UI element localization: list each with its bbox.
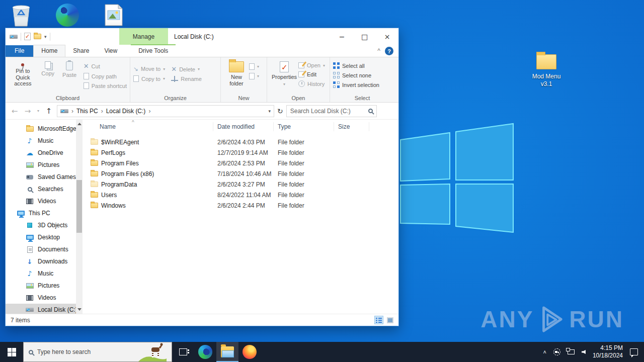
- manage-contextual-header[interactable]: Manage: [119, 28, 168, 45]
- minimize-button[interactable]: −: [331, 28, 353, 45]
- cut-button[interactable]: ✕ Cut: [84, 62, 127, 70]
- copy-to-button[interactable]: Copy to▾: [133, 75, 165, 82]
- taskbar-edge-button[interactable]: [194, 342, 216, 362]
- search-highlight-okapi-image[interactable]: [138, 342, 167, 361]
- sidebar-scrollbar[interactable]: [76, 120, 83, 314]
- recycle-bin-icon[interactable]: [4, 2, 38, 28]
- taskbar-clock[interactable]: 4:15 PM 10/18/2024: [593, 344, 623, 359]
- scroll-down-icon[interactable]: [77, 308, 82, 311]
- file-row[interactable]: $WinREAgent2/6/2024 4:03 PMFile folder: [83, 137, 398, 147]
- start-button[interactable]: [0, 342, 23, 362]
- watermark-text-any: ANY: [480, 306, 534, 333]
- paste-shortcut-button[interactable]: Paste shortcut: [84, 82, 127, 89]
- search-box[interactable]: Search Local Disk (C:): [286, 105, 377, 117]
- file-row[interactable]: Program Files (x86)7/18/2024 10:46 AMFil…: [83, 168, 398, 179]
- new-folder-button[interactable]: New folder: [224, 59, 249, 86]
- sidebar-item-3d-objects[interactable]: 3D Objects: [6, 219, 76, 231]
- breadcrumb-this-pc[interactable]: This PC: [76, 108, 98, 115]
- sidebar-item-pictures[interactable]: Pictures: [6, 159, 76, 171]
- qat-customize-caret-icon[interactable]: ▾: [44, 34, 47, 39]
- sidebar-item-onedrive[interactable]: ☁OneDrive: [6, 147, 76, 159]
- select-none-button[interactable]: Select none: [333, 72, 379, 78]
- scrollbar-thumb[interactable]: [76, 180, 82, 233]
- tray-overflow-caret-icon[interactable]: ˄: [543, 349, 546, 355]
- column-header-date-modified[interactable]: Date modified: [213, 122, 274, 131]
- file-row[interactable]: ProgramData2/6/2024 3:27 PMFile folder: [83, 179, 398, 190]
- action-center-icon[interactable]: [630, 348, 638, 355]
- refresh-icon[interactable]: ↻: [277, 107, 283, 115]
- move-to-button[interactable]: ↘ Move to▾: [133, 65, 165, 72]
- paste-button[interactable]: Paste: [59, 59, 80, 78]
- sidebar-item-this-pc[interactable]: This PC: [6, 207, 76, 219]
- volume-icon[interactable]: [582, 350, 586, 354]
- breadcrumb-local-disk[interactable]: Local Disk (C:): [106, 108, 146, 115]
- edit-button[interactable]: Edit: [298, 71, 325, 77]
- sidebar-item-music[interactable]: ♪Music: [6, 267, 76, 280]
- network-icon[interactable]: [568, 349, 575, 354]
- sidebar-item-documents[interactable]: Documents: [6, 243, 76, 255]
- select-group-label: Select: [330, 95, 394, 101]
- sidebar-item-videos[interactable]: Videos: [6, 292, 76, 304]
- copy-path-button[interactable]: Copy path: [84, 73, 127, 79]
- maximize-button[interactable]: □: [353, 28, 376, 45]
- history-button[interactable]: History: [298, 80, 325, 87]
- column-header-name[interactable]: Name: [83, 122, 213, 131]
- column-header-type[interactable]: Type: [274, 122, 334, 131]
- taskbar-firefox-button[interactable]: [238, 342, 261, 362]
- tab-view[interactable]: View: [97, 45, 125, 57]
- large-icons-view-button[interactable]: [385, 316, 394, 324]
- desktop-folder-mod-menu[interactable]: Mod Menu v3.1: [526, 54, 567, 88]
- sidebar-item-desktop[interactable]: Desktop: [6, 231, 76, 243]
- recent-locations-caret-icon[interactable]: ▾: [36, 109, 41, 113]
- column-header-size[interactable]: Size: [334, 122, 369, 131]
- details-view-button[interactable]: [374, 316, 383, 324]
- new-folder-qat-icon[interactable]: [34, 34, 41, 39]
- properties-button[interactable]: Properties▾: [270, 59, 298, 86]
- scroll-up-icon[interactable]: [77, 123, 82, 125]
- file-row[interactable]: Users8/24/2022 11:04 AMFile folder: [83, 190, 398, 200]
- pin-to-quick-access-button[interactable]: Pin to Quick access: [9, 59, 37, 87]
- file-row[interactable]: Program Files2/6/2024 2:53 PMFile folder: [83, 158, 398, 168]
- task-view-button[interactable]: [172, 342, 194, 362]
- breadcrumb[interactable]: › This PC › Local Disk (C:) › ▾: [57, 105, 274, 117]
- titlebar[interactable]: ▾ Manage Local Disk (C:) − □ ×: [6, 28, 398, 45]
- ribbon-collapse-icon[interactable]: ^: [377, 47, 380, 54]
- file-row[interactable]: Windows2/6/2024 2:44 PMFile folder: [83, 200, 398, 211]
- forward-icon[interactable]: →: [23, 107, 33, 116]
- address-dropdown-caret-icon[interactable]: ▾: [268, 109, 271, 114]
- sidebar-item-saved-games[interactable]: Saved Games: [6, 171, 76, 183]
- file-row[interactable]: PerfLogs12/7/2019 9:14 AMFile folder: [83, 147, 398, 158]
- tab-home[interactable]: Home: [33, 45, 65, 57]
- search-icon[interactable]: [368, 109, 373, 113]
- copy-button[interactable]: Copy: [37, 59, 59, 77]
- help-button[interactable]: ?: [385, 47, 393, 55]
- sidebar-item-local-disk-c-[interactable]: Local Disk (C:): [6, 304, 76, 314]
- image-file-desktop-icon[interactable]: [97, 2, 131, 28]
- invert-selection-button[interactable]: Invert selection: [333, 81, 379, 88]
- sidebar-item-pictures[interactable]: Pictures: [6, 280, 76, 292]
- sort-ascending-icon: ^: [132, 120, 134, 125]
- properties-qat-icon[interactable]: [24, 33, 31, 40]
- folder-icon: [26, 126, 34, 132]
- sidebar-item-downloads[interactable]: ↓Downloads: [6, 255, 76, 267]
- taskbar-search-box[interactable]: Type here to search: [23, 342, 172, 362]
- up-icon[interactable]: ↑: [44, 107, 54, 116]
- delete-button[interactable]: ✕ Delete▾: [171, 65, 202, 73]
- tab-file[interactable]: File: [6, 45, 33, 57]
- close-button[interactable]: ×: [376, 28, 398, 45]
- select-all-button[interactable]: Select all: [333, 62, 379, 69]
- new-item-button[interactable]: ▾: [249, 63, 259, 70]
- open-button[interactable]: Open▾: [298, 62, 325, 68]
- sidebar-item-music[interactable]: ♪Music: [6, 135, 76, 147]
- taskbar-file-explorer-button[interactable]: [216, 342, 238, 362]
- tab-share[interactable]: Share: [65, 45, 97, 57]
- meet-now-icon[interactable]: [553, 348, 560, 355]
- edge-desktop-icon[interactable]: [50, 2, 85, 28]
- sidebar-item-microsoftedge[interactable]: MicrosoftEdge: [6, 123, 76, 135]
- tab-drive-tools[interactable]: Drive Tools: [131, 44, 176, 57]
- back-icon[interactable]: ←: [10, 107, 20, 116]
- sidebar-item-searches[interactable]: Searches: [6, 183, 76, 195]
- rename-button[interactable]: Rename: [171, 76, 202, 82]
- easy-access-button[interactable]: ▾: [249, 73, 259, 79]
- sidebar-item-videos[interactable]: Videos: [6, 195, 76, 207]
